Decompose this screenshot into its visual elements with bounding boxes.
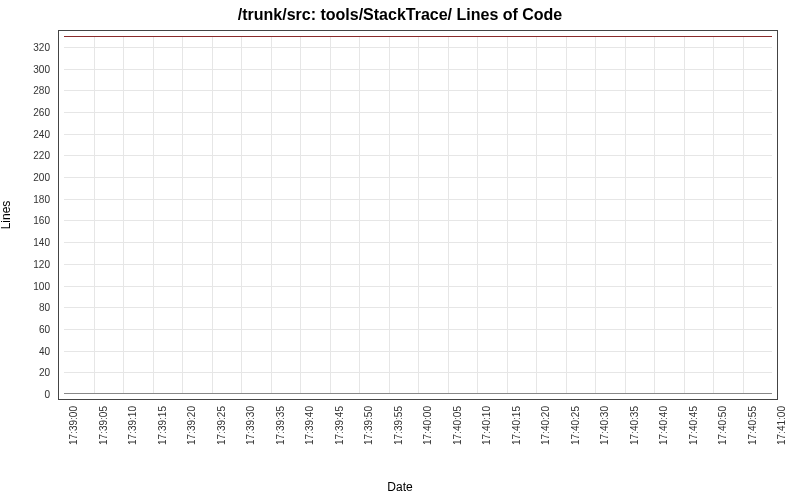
x-tick-label: 17:40:40: [658, 406, 669, 445]
x-tick-label: 17:39:10: [127, 406, 138, 445]
y-tick-label: 60: [39, 323, 50, 334]
x-tick-label: 17:40:15: [511, 406, 522, 445]
x-tick-label: 17:40:45: [688, 406, 699, 445]
x-tick-label: 17:40:20: [540, 406, 551, 445]
x-tick-label: 17:40:05: [452, 406, 463, 445]
x-tick-label: 17:40:50: [717, 406, 728, 445]
x-axis-ticks: 17:39:0017:39:0517:39:1017:39:1517:39:20…: [58, 400, 778, 480]
x-tick-label: 17:39:00: [68, 406, 79, 445]
y-tick-label: 300: [33, 63, 50, 74]
x-tick-label: 17:39:15: [157, 406, 168, 445]
x-tick-label: 17:40:10: [481, 406, 492, 445]
x-tick-label: 17:39:20: [186, 406, 197, 445]
y-axis-ticks: 0204060801001201401601802002202402602803…: [0, 30, 54, 400]
x-tick-label: 17:40:25: [570, 406, 581, 445]
x-tick-label: 17:39:30: [245, 406, 256, 445]
y-tick-label: 200: [33, 172, 50, 183]
y-tick-label: 40: [39, 345, 50, 356]
x-tick-label: 17:40:30: [599, 406, 610, 445]
plot-outer-border: [58, 30, 778, 400]
y-tick-label: 20: [39, 367, 50, 378]
y-tick-label: 0: [44, 389, 50, 400]
x-tick-label: 17:40:00: [422, 406, 433, 445]
x-tick-label: 17:41:00: [776, 406, 787, 445]
x-axis-label: Date: [0, 480, 800, 494]
x-tick-label: 17:40:35: [629, 406, 640, 445]
chart-title: /trunk/src: tools/StackTrace/ Lines of C…: [0, 6, 800, 24]
y-tick-label: 280: [33, 85, 50, 96]
y-tick-label: 100: [33, 280, 50, 291]
y-tick-label: 120: [33, 258, 50, 269]
y-tick-label: 260: [33, 106, 50, 117]
x-tick-label: 17:39:35: [275, 406, 286, 445]
x-tick-label: 17:39:25: [216, 406, 227, 445]
y-tick-label: 180: [33, 193, 50, 204]
x-tick-label: 17:40:55: [747, 406, 758, 445]
plot-area: [58, 30, 778, 400]
y-tick-label: 320: [33, 41, 50, 52]
x-tick-label: 17:39:40: [304, 406, 315, 445]
loc-chart: /trunk/src: tools/StackTrace/ Lines of C…: [0, 0, 800, 500]
x-tick-label: 17:39:50: [363, 406, 374, 445]
x-tick-label: 17:39:05: [98, 406, 109, 445]
y-tick-label: 160: [33, 215, 50, 226]
y-tick-label: 140: [33, 237, 50, 248]
x-tick-label: 17:39:45: [334, 406, 345, 445]
y-tick-label: 240: [33, 128, 50, 139]
y-tick-label: 220: [33, 150, 50, 161]
y-tick-label: 80: [39, 302, 50, 313]
x-tick-label: 17:39:55: [393, 406, 404, 445]
